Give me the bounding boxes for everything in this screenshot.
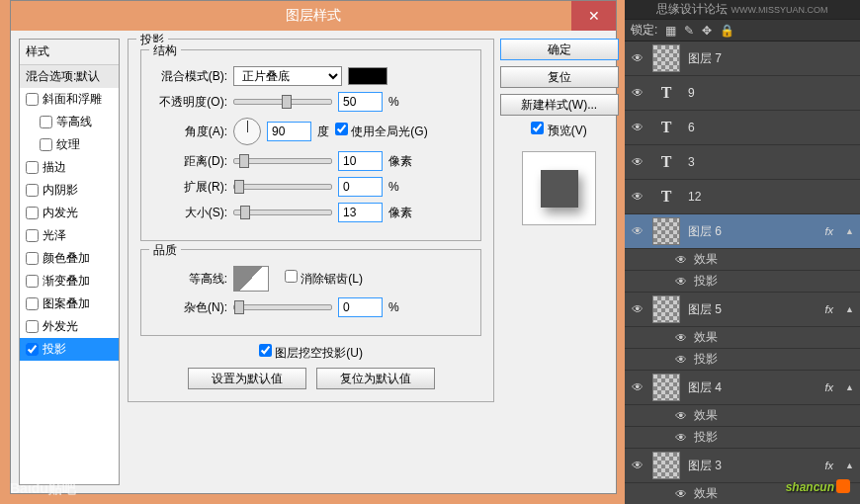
layer-name[interactable]: 9 — [688, 86, 854, 100]
visibility-icon[interactable]: 👁 — [631, 121, 645, 134]
spread-slider[interactable] — [233, 184, 332, 190]
layer-row[interactable]: 👁T3 — [625, 145, 860, 180]
bevel-checkbox[interactable] — [26, 93, 39, 106]
size-input[interactable] — [338, 203, 383, 222]
lock-brush-icon[interactable]: ✎ — [684, 24, 694, 38]
knockout-label[interactable]: 图层挖空投影(U) — [259, 346, 363, 360]
style-item-blend[interactable]: 混合选项:默认 — [20, 65, 119, 88]
style-item-bevel[interactable]: 斜面和浮雕 — [20, 88, 119, 111]
layer-effect-row[interactable]: 👁投影 — [625, 271, 860, 293]
distance-input[interactable] — [338, 151, 383, 171]
global-light-label[interactable]: 使用全局光(G) — [335, 123, 428, 140]
visibility-icon[interactable]: 👁 — [631, 190, 645, 204]
preview-checkbox[interactable] — [531, 122, 544, 134]
layer-thumbnail[interactable] — [652, 295, 680, 323]
visibility-icon[interactable]: 👁 — [674, 275, 688, 289]
style-item-satin[interactable]: 光泽 — [20, 224, 119, 247]
global-light-checkbox[interactable] — [335, 123, 348, 135]
layer-name[interactable]: 12 — [688, 190, 854, 204]
layer-row[interactable]: 👁图层 6fx▲ — [625, 214, 860, 249]
visibility-icon[interactable]: 👁 — [674, 487, 688, 501]
opacity-input[interactable] — [338, 92, 383, 112]
style-item-pattern-overlay[interactable]: 图案叠加 — [20, 293, 119, 315]
noise-slider[interactable] — [233, 304, 332, 310]
layer-effect-row[interactable]: 👁效果 — [625, 405, 860, 427]
lock-image-icon[interactable]: ▦ — [665, 24, 676, 38]
reset-default-button[interactable]: 复位为默认值 — [316, 368, 435, 389]
layer-thumbnail[interactable] — [652, 217, 680, 245]
layer-thumbnail[interactable] — [652, 44, 680, 72]
style-item-texture[interactable]: 纹理 — [20, 133, 119, 156]
inner-shadow-checkbox[interactable] — [26, 184, 39, 197]
style-item-color-overlay[interactable]: 颜色叠加 — [20, 247, 119, 270]
fx-badge[interactable]: fx — [825, 225, 834, 237]
style-item-stroke[interactable]: 描边 — [20, 156, 119, 179]
layer-effect-row[interactable]: 👁投影 — [625, 427, 860, 449]
layer-row[interactable]: 👁T6 — [625, 111, 860, 145]
style-item-inner-shadow[interactable]: 内阴影 — [20, 179, 119, 202]
lock-move-icon[interactable]: ✥ — [702, 24, 712, 38]
fx-badge[interactable]: fx — [825, 460, 834, 471]
expand-icon[interactable]: ▲ — [845, 304, 854, 314]
layer-row[interactable]: 👁T12 — [625, 180, 860, 214]
lock-all-icon[interactable]: 🔒 — [720, 24, 734, 38]
fx-badge[interactable]: fx — [825, 303, 834, 315]
antialias-checkbox[interactable] — [285, 270, 298, 283]
grad-overlay-checkbox[interactable] — [26, 275, 39, 288]
layer-row[interactable]: 👁图层 4fx▲ — [625, 371, 860, 405]
visibility-icon[interactable]: 👁 — [674, 353, 688, 367]
angle-dial[interactable] — [233, 118, 261, 145]
visibility-icon[interactable]: 👁 — [631, 155, 645, 169]
visibility-icon[interactable]: 👁 — [674, 409, 688, 423]
set-default-button[interactable]: 设置为默认值 — [188, 368, 306, 389]
close-button[interactable]: ✕ — [571, 1, 616, 31]
layer-name[interactable]: 图层 7 — [688, 50, 854, 67]
shadow-color-swatch[interactable] — [348, 67, 387, 85]
visibility-icon[interactable]: 👁 — [631, 51, 645, 65]
visibility-icon[interactable]: 👁 — [674, 431, 688, 445]
expand-icon[interactable]: ▲ — [845, 382, 854, 392]
blend-mode-select[interactable]: 正片叠底 — [233, 66, 342, 86]
preview-label[interactable]: 预览(V) — [531, 122, 586, 139]
new-style-button[interactable]: 新建样式(W)... — [500, 94, 619, 116]
layer-name[interactable]: 图层 5 — [688, 301, 817, 318]
titlebar[interactable]: 图层样式 ✕ — [11, 1, 616, 31]
stroke-checkbox[interactable] — [26, 161, 39, 174]
layer-effect-row[interactable]: 👁投影 — [625, 349, 860, 371]
opacity-slider[interactable] — [233, 99, 332, 105]
color-overlay-checkbox[interactable] — [26, 252, 39, 265]
visibility-icon[interactable]: 👁 — [631, 224, 645, 238]
visibility-icon[interactable]: 👁 — [674, 253, 688, 267]
reset-button[interactable]: 复位 — [500, 66, 619, 88]
layer-row[interactable]: 👁T9 — [625, 76, 860, 111]
size-slider[interactable] — [233, 210, 332, 215]
style-item-grad-overlay[interactable]: 渐变叠加 — [20, 270, 119, 293]
visibility-icon[interactable]: 👁 — [631, 302, 645, 316]
layer-effect-row[interactable]: 👁效果 — [625, 327, 860, 349]
visibility-icon[interactable]: 👁 — [631, 86, 645, 100]
visibility-icon[interactable]: 👁 — [674, 331, 688, 345]
angle-input[interactable] — [267, 122, 311, 141]
style-item-outer-glow[interactable]: 外发光 — [20, 315, 119, 338]
texture-checkbox[interactable] — [40, 138, 52, 151]
contour-checkbox[interactable] — [40, 116, 52, 128]
style-item-drop-shadow[interactable]: 投影 — [20, 338, 119, 361]
layer-row[interactable]: 👁图层 7 — [625, 42, 860, 76]
layer-name[interactable]: 图层 4 — [688, 379, 817, 396]
layer-row[interactable]: 👁图层 5fx▲ — [625, 293, 860, 327]
contour-picker[interactable] — [233, 266, 269, 292]
spread-input[interactable] — [338, 177, 383, 197]
distance-slider[interactable] — [233, 158, 332, 164]
expand-icon[interactable]: ▲ — [845, 226, 854, 236]
layer-name[interactable]: 6 — [688, 121, 854, 134]
layer-name[interactable]: 3 — [688, 155, 854, 169]
visibility-icon[interactable]: 👁 — [631, 380, 645, 394]
ok-button[interactable]: 确定 — [500, 39, 619, 60]
layer-name[interactable]: 图层 3 — [688, 458, 817, 474]
layer-thumbnail[interactable] — [652, 452, 680, 479]
antialias-label[interactable]: 消除锯齿(L) — [285, 270, 363, 288]
pattern-overlay-checkbox[interactable] — [26, 297, 39, 310]
style-item-contour[interactable]: 等高线 — [20, 111, 119, 133]
layer-effect-row[interactable]: 👁效果 — [625, 249, 860, 271]
fx-badge[interactable]: fx — [825, 381, 834, 393]
